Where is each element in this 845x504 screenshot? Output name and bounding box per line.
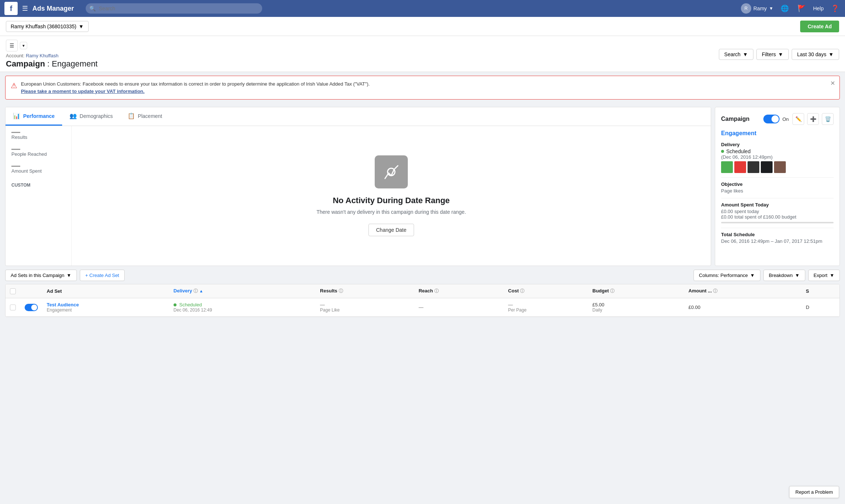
- performance-tab-icon: 📊: [13, 112, 20, 119]
- tab-placement[interactable]: 📋 Placement: [120, 107, 170, 126]
- chevron-date-icon: ▼: [828, 51, 834, 57]
- budget-info-icon[interactable]: ⓘ: [610, 288, 614, 294]
- flag-icon[interactable]: 🚩: [796, 3, 807, 14]
- view-toggle-icon[interactable]: ☰: [6, 40, 18, 51]
- divider-2: [721, 198, 834, 198]
- no-data-title: No Activity During Date Range: [333, 196, 450, 205]
- row-reach: —: [418, 305, 423, 310]
- bottom-toolbar: Ad Sets in this Campaign ▼ + Create Ad S…: [5, 270, 840, 281]
- amount-progress-bar: [721, 222, 834, 223]
- row-results-sub: Page Like: [320, 307, 410, 313]
- delivery-img-5: [774, 161, 786, 173]
- ad-set-sub: Engagement: [47, 307, 165, 313]
- breakdown-chevron-icon: ▼: [795, 273, 800, 278]
- chart-main: No Activity During Date Range There wasn…: [72, 126, 711, 266]
- metric-people-reached: People Reached: [11, 149, 65, 157]
- create-ad-button[interactable]: Create Ad: [800, 21, 839, 32]
- amount-spent-info: Amount Spent Today £0.00 spent today £0.…: [721, 202, 834, 223]
- right-panel-title: Campaign: [721, 116, 749, 122]
- breadcrumb-account-link[interactable]: Ramy Khuffash: [26, 53, 58, 58]
- objective-info: Objective Page likes: [721, 181, 834, 194]
- filters-button[interactable]: Filters ▼: [756, 49, 789, 60]
- tab-performance[interactable]: 📊 Performance: [6, 107, 62, 126]
- campaign-toggle[interactable]: [763, 115, 780, 123]
- export-chevron-icon: ▼: [830, 273, 834, 278]
- metric-dash-amount: [11, 166, 20, 167]
- amount-info-icon[interactable]: ⓘ: [713, 288, 717, 294]
- delivery-img-3: [748, 161, 759, 173]
- row-delivery-status: Scheduled: [179, 302, 202, 307]
- chevron-filter-icon: ▼: [778, 51, 783, 57]
- row-budget: £5.00: [592, 302, 605, 307]
- campaign-name-link[interactable]: Engagement: [721, 130, 834, 137]
- schedule-info: Total Schedule Dec 06, 2016 12:49pm – Ja…: [721, 232, 834, 244]
- chart-sidebar: Results People Reached Amount Spent Cust…: [6, 126, 72, 266]
- chevron-down-icon: ▼: [79, 24, 84, 29]
- select-all-checkbox[interactable]: [10, 288, 16, 294]
- toggle-thumb: [771, 115, 779, 123]
- col-header-delivery[interactable]: Delivery ⓘ ▲: [169, 284, 316, 298]
- row-cost-sub: Per Page: [508, 307, 584, 313]
- date-range-button[interactable]: Last 30 days ▼: [792, 49, 839, 60]
- account-selector[interactable]: Ramy Khuffash (368010335) ▼: [6, 21, 89, 32]
- top-nav: f ☰ Ads Manager 🔍 R Ramy ▼ 🌐 🚩 Help ❓: [0, 0, 845, 17]
- delete-button[interactable]: 🗑️: [822, 113, 834, 125]
- ad-sets-dropdown-button[interactable]: Ad Sets in this Campaign ▼: [5, 270, 77, 281]
- custom-section-label: Custom: [11, 183, 65, 188]
- row-status-dot: [174, 303, 177, 306]
- ad-sets-chevron-icon: ▼: [67, 273, 71, 278]
- help-icon[interactable]: ❓: [830, 3, 841, 14]
- delivery-status: Scheduled: [721, 148, 834, 154]
- tab-demographics[interactable]: 👥 Demographics: [62, 107, 120, 126]
- ad-set-name[interactable]: Test Audience: [47, 302, 165, 307]
- hamburger-menu[interactable]: ☰: [22, 4, 28, 12]
- right-panel-header: Campaign On ✏️ ➕ 🗑️: [721, 113, 834, 125]
- app-title: Ads Manager: [32, 5, 74, 12]
- divider-1: [721, 177, 834, 178]
- delivery-info: Delivery Scheduled (Dec 06, 2016 12:49pm…: [721, 142, 834, 173]
- table-row: Test Audience Engagement Scheduled Dec 0…: [6, 298, 839, 317]
- export-button[interactable]: Export ▼: [808, 270, 840, 281]
- metric-amount-spent: Amount Spent: [11, 166, 65, 174]
- globe-icon[interactable]: 🌐: [779, 3, 790, 14]
- alert-close-icon[interactable]: ✕: [830, 80, 835, 87]
- breakdown-button[interactable]: Breakdown ▼: [763, 270, 805, 281]
- col-header-reach: Reach ⓘ: [414, 284, 503, 298]
- columns-chevron-icon: ▼: [750, 273, 755, 278]
- delivery-green-dot: [721, 150, 724, 153]
- nav-search-input[interactable]: [86, 3, 262, 14]
- right-panel-actions: ✏️ ➕ 🗑️: [792, 113, 834, 125]
- placement-tab-icon: 📋: [128, 112, 135, 119]
- bottom-left-controls: Ad Sets in this Campaign ▼ + Create Ad S…: [5, 270, 125, 281]
- row-s: D: [806, 305, 809, 310]
- delivery-img-4: [761, 161, 773, 173]
- alert-vat-link[interactable]: Please take a moment to update your VAT …: [21, 89, 145, 94]
- columns-button[interactable]: Columns: Performance ▼: [694, 270, 760, 281]
- breadcrumb-area: ☰ ▼ Account: Ramy Khuffash Campaign : En…: [0, 36, 845, 72]
- user-name: Ramy: [753, 6, 767, 11]
- add-button[interactable]: ➕: [807, 113, 819, 125]
- reach-info-icon[interactable]: ⓘ: [434, 288, 439, 294]
- left-panel: 📊 Performance 👥 Demographics 📋 Placement…: [5, 107, 711, 266]
- edit-button[interactable]: ✏️: [792, 113, 804, 125]
- row-toggle-thumb: [31, 305, 37, 310]
- nav-user[interactable]: R Ramy ▼: [741, 3, 773, 14]
- cost-info-icon[interactable]: ⓘ: [520, 288, 524, 294]
- row-toggle[interactable]: [25, 304, 38, 311]
- row-cost: —: [508, 302, 513, 307]
- create-ad-set-button[interactable]: + Create Ad Set: [80, 270, 125, 281]
- chevron-down-view-icon[interactable]: ▼: [20, 42, 27, 49]
- ad-sets-table: Ad Set Delivery ⓘ ▲ Results ⓘ Reach ⓘ Co…: [6, 284, 839, 317]
- chart-area: Results People Reached Amount Spent Cust…: [6, 126, 711, 266]
- delivery-img-2: [734, 161, 746, 173]
- search-filter-button[interactable]: Search ▼: [719, 49, 753, 60]
- user-avatar: R: [741, 3, 751, 14]
- help-label: Help: [813, 6, 824, 11]
- row-checkbox[interactable]: [10, 305, 16, 310]
- delivery-info-icon[interactable]: ⓘ: [193, 288, 198, 294]
- change-date-button[interactable]: Change Date: [368, 224, 414, 236]
- results-info-icon[interactable]: ⓘ: [339, 288, 343, 294]
- demographics-tab-icon: 👥: [69, 112, 77, 119]
- row-budget-sub: Daily: [592, 307, 680, 313]
- col-header-cost: Cost ⓘ: [504, 284, 588, 298]
